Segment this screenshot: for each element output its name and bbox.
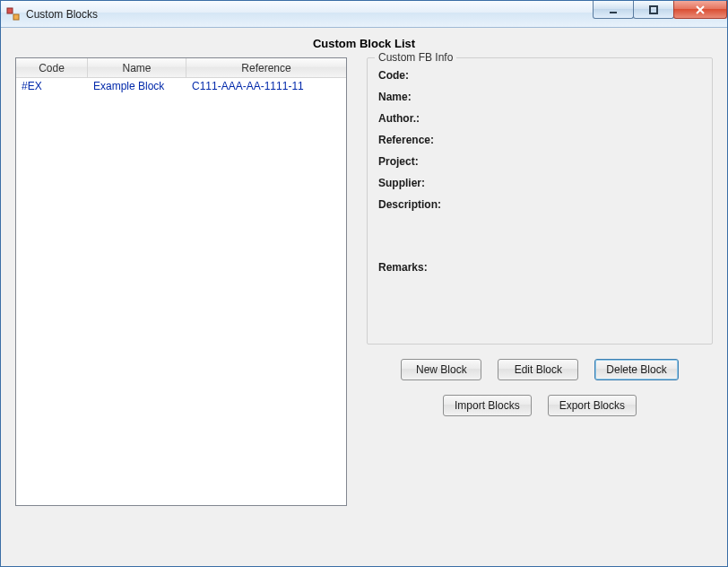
svg-rect-3 <box>650 6 657 13</box>
titlebar: Custom Blocks <box>1 1 727 28</box>
table-row[interactable]: #EX Example Block C111-AAA-AA-1111-11 <box>16 78 346 94</box>
window: Custom Blocks Custom Block List Code Nam… <box>0 0 728 567</box>
content: Code Name Reference #EX Example Block C1… <box>15 57 713 552</box>
close-button[interactable] <box>673 1 727 19</box>
delete-block-button[interactable]: Delete Block <box>594 359 678 380</box>
button-row-2: Import Blocks Export Blocks <box>367 395 713 416</box>
cell-reference: C111-AAA-AA-1111-11 <box>186 80 346 92</box>
button-row-1: New Block Edit Block Delete Block <box>367 359 713 380</box>
blocks-list[interactable]: Code Name Reference #EX Example Block C1… <box>15 57 347 506</box>
list-header: Code Name Reference <box>16 58 346 78</box>
cell-code: #EX <box>16 80 88 92</box>
label-project: Project: <box>378 155 419 168</box>
svg-rect-1 <box>13 14 19 20</box>
label-supplier: Supplier: <box>378 177 425 189</box>
window-buttons <box>594 1 727 19</box>
label-code: Code: <box>378 69 409 82</box>
page-title: Custom Block List <box>15 37 713 50</box>
col-header-code[interactable]: Code <box>16 58 88 77</box>
window-title: Custom Blocks <box>26 8 98 21</box>
import-blocks-button[interactable]: Import Blocks <box>443 395 532 416</box>
label-reference: Reference: <box>378 134 434 146</box>
list-body: #EX Example Block C111-AAA-AA-1111-11 <box>16 78 346 94</box>
svg-rect-2 <box>610 12 617 13</box>
label-remarks: Remarks: <box>378 261 428 274</box>
client-area: Custom Block List Code Name Reference #E… <box>1 28 727 566</box>
groupbox-legend: Custom FB Info <box>375 51 456 64</box>
info-groupbox: Custom FB Info Code: Name: Author.: Refe… <box>367 57 713 345</box>
label-name: Name: <box>378 91 412 103</box>
label-author: Author.: <box>378 112 420 125</box>
svg-rect-0 <box>7 8 13 13</box>
export-blocks-button[interactable]: Export Blocks <box>548 395 637 416</box>
cell-name: Example Block <box>88 80 186 92</box>
minimize-button[interactable] <box>593 1 634 19</box>
col-header-reference[interactable]: Reference <box>186 58 346 77</box>
label-description: Description: <box>378 198 441 211</box>
app-icon <box>6 7 21 22</box>
right-side: Custom FB Info Code: Name: Author.: Refe… <box>367 57 713 552</box>
edit-block-button[interactable]: Edit Block <box>498 359 578 380</box>
col-header-name[interactable]: Name <box>88 58 186 77</box>
new-block-button[interactable]: New Block <box>401 359 481 380</box>
maximize-button[interactable] <box>633 1 674 19</box>
